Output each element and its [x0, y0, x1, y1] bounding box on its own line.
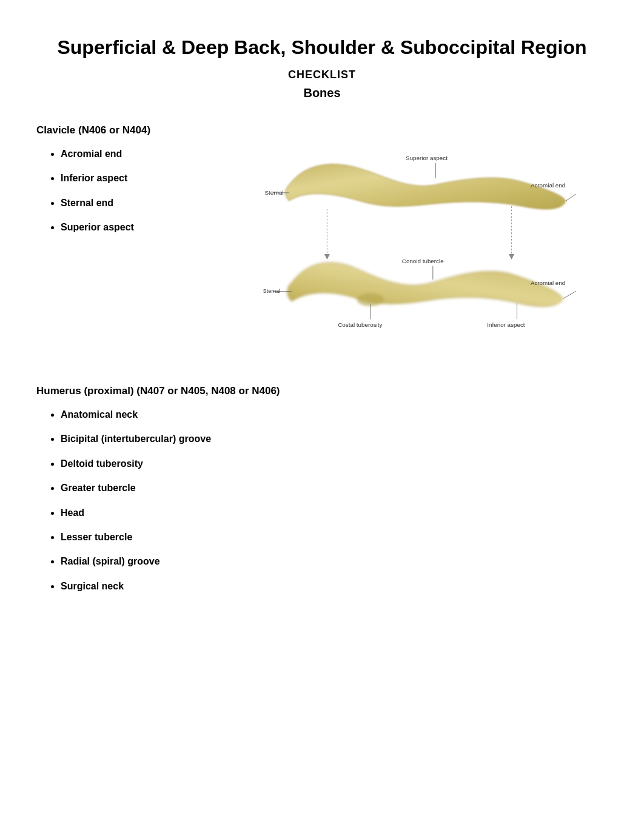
page-title: Superficial & Deep Back, Shoulder & Subo… — [36, 36, 608, 59]
list-item: Acromial end — [61, 147, 230, 161]
list-item: Surgical neck — [61, 580, 608, 593]
annotation-text-inferior: Inferior aspect — [487, 321, 525, 328]
clavicle-text-block: Clavicle (N406 or N404) Acromial end Inf… — [36, 118, 230, 246]
list-item: Bicipital (intertubercular) groove — [61, 432, 608, 446]
list-item: Deltoid tuberosity — [61, 457, 608, 471]
humerus-section: Humerus (proximal) (N407 or N405, N408 o… — [36, 385, 608, 593]
list-item: Inferior aspect — [61, 172, 230, 185]
annotation-line — [563, 287, 576, 298]
bones-section-title: Bones — [36, 86, 608, 100]
humerus-list: Anatomical neck Bicipital (intertubercul… — [36, 408, 608, 593]
clavicle-heading: Clavicle (N406 or N404) — [36, 124, 230, 136]
clavicle-image-area: Sternal Acromial end Superior aspect — [230, 118, 608, 349]
clavicle-bone-image: Sternal Acromial end Superior aspect — [243, 118, 595, 349]
list-item: Sternal end — [61, 196, 230, 210]
annotation-text-costal: Costal tuberosity — [338, 321, 382, 328]
clavicle-bottom-bone — [287, 263, 563, 307]
arrow-right — [509, 254, 514, 260]
list-item: Anatomical neck — [61, 408, 608, 421]
list-item: Greater tubercle — [61, 481, 608, 495]
annotation-text-superior: Superior aspect — [406, 155, 448, 161]
list-item: Lesser tubercle — [61, 531, 608, 544]
clavicle-top-bone — [285, 164, 565, 209]
annotation-text-sternal: Sternal — [264, 189, 283, 196]
list-item: Radial (spiral) groove — [61, 555, 608, 568]
list-item: Head — [61, 506, 608, 520]
annotation-text-sternal-2: Sternal — [263, 288, 280, 294]
humerus-heading: Humerus (proximal) (N407 or N405, N408 o… — [36, 385, 608, 397]
annotation-text-acromial-bot: Acromial end — [530, 280, 565, 286]
list-item: Superior aspect — [61, 221, 230, 234]
clavicle-list: Acromial end Inferior aspect Sternal end… — [36, 147, 230, 235]
annotation-text-acromial-top: Acromial end — [530, 182, 565, 189]
clavicle-svg: Sternal Acromial end Superior aspect — [262, 130, 577, 337]
clavicle-section: Clavicle (N406 or N404) Acromial end Inf… — [36, 118, 608, 349]
annotation-text-conoid: Conoid tubercle — [401, 258, 443, 264]
checklist-label: CHECKLIST — [36, 69, 608, 81]
arrow-left — [324, 254, 329, 260]
annotation-line — [566, 190, 577, 201]
